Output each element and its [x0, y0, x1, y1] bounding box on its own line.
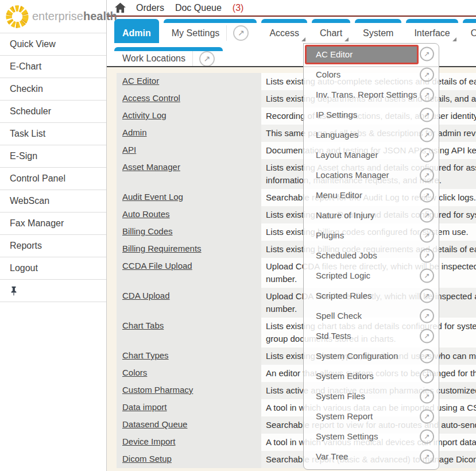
menu-item-scripted-rules[interactable]: Scripted Rules↗ — [304, 285, 439, 306]
open-in-new-icon[interactable]: ↗ — [420, 429, 434, 443]
admin-link-auto-routes[interactable]: Auto Routes — [122, 209, 170, 219]
admin-link-access-control[interactable]: Access Control — [122, 93, 180, 103]
tab-chart[interactable]: Chart — [312, 19, 350, 43]
admin-link-admin[interactable]: Admin — [122, 128, 147, 137]
open-in-new-icon[interactable]: ↗ — [420, 288, 434, 303]
sidebar-item-e-chart[interactable]: E-Chart — [0, 56, 106, 78]
breadcrumb-doc-queue[interactable]: Doc Queue — [175, 3, 222, 13]
open-in-new-icon[interactable]: ↗ — [420, 449, 434, 464]
admin-link-billing-codes[interactable]: Billing Codes — [122, 226, 173, 236]
admin-link-cda-upload[interactable]: CDA Upload — [122, 291, 170, 300]
open-in-new-icon[interactable]: ↗ — [420, 248, 434, 262]
menu-item-colors[interactable]: Colors↗ — [304, 64, 439, 84]
tab-access[interactable]: Access — [261, 19, 307, 43]
tab-interface[interactable]: Interface — [406, 19, 458, 43]
admin-link-chart-tabs[interactable]: Chart Tabs — [122, 321, 164, 330]
menu-item-nature-of-injury[interactable]: Nature of Injury↗ — [304, 205, 439, 225]
open-in-new-icon[interactable]: ↗ — [420, 188, 434, 202]
admin-link-dicom-setup[interactable]: Dicom Setup — [122, 454, 172, 464]
sidebar-item-webscan[interactable]: WebScan — [0, 190, 106, 213]
menu-item-system-report[interactable]: System Report↗ — [304, 406, 439, 426]
tab-my-settings[interactable]: My Settings↗ — [164, 19, 257, 43]
open-in-new-icon[interactable]: ↗ — [420, 369, 434, 383]
admin-link-device-import[interactable]: Device Import — [122, 437, 176, 446]
sidebar-item-scheduler[interactable]: Scheduler — [0, 101, 106, 123]
sidebar-item-e-sign[interactable]: E-Sign — [0, 145, 106, 168]
menu-item-label: System Files — [304, 386, 439, 406]
menu-item-system-editors[interactable]: System Editors↗ — [304, 366, 439, 386]
admin-link-asset-manager[interactable]: Asset Manager — [122, 162, 180, 172]
sidebar-item-checkin[interactable]: Checkin — [0, 78, 106, 101]
open-in-new-icon[interactable]: ↗ — [420, 329, 434, 343]
admin-link-data-import[interactable]: Data import — [122, 402, 167, 412]
sidebar-item-control-panel[interactable]: Control Panel — [0, 168, 106, 190]
menu-item-system-files[interactable]: System Files↗ — [304, 386, 439, 406]
sidebar-pin-row[interactable] — [0, 280, 106, 302]
open-in-new-icon[interactable]: ↗ — [420, 268, 434, 283]
open-in-new-icon[interactable]: ↗ — [420, 409, 434, 423]
open-in-new-icon[interactable]: ↗ — [420, 168, 434, 182]
open-in-new-icon[interactable]: ↗ — [420, 47, 434, 61]
menu-item-label: Scheduled Jobs — [304, 245, 439, 265]
open-in-new-icon[interactable]: ↗ — [420, 208, 434, 222]
menu-item-label: System Editors — [304, 366, 439, 386]
admin-link-custom-pharmacy[interactable]: Custom Pharmacy — [122, 385, 193, 395]
open-in-new-icon[interactable]: ↗ — [420, 87, 434, 102]
open-in-new-icon[interactable]: ↗ — [420, 389, 434, 403]
tab-system[interactable]: System — [355, 19, 401, 43]
menu-item-layout-manager[interactable]: Layout Manager↗ — [304, 145, 439, 165]
admin-link-ccda-file-upload[interactable]: CCDA File Upload — [122, 261, 192, 271]
menu-item-scripted-logic[interactable]: Scripted Logic↗ — [304, 265, 439, 285]
admin-link-chart-types[interactable]: Chart Types — [122, 350, 169, 360]
tab-work-locations[interactable]: Work Locations↗ — [114, 47, 223, 66]
sidebar-item-fax-manager[interactable]: Fax Manager — [0, 213, 106, 235]
link-cell: AC Editor — [117, 73, 261, 90]
open-in-new-icon[interactable]: ↗ — [420, 107, 434, 122]
menu-item-locations-manager[interactable]: Locations Manager↗ — [304, 165, 439, 185]
open-in-new-icon[interactable]: ↗ — [420, 228, 434, 242]
menu-item-var-tree[interactable]: Var Tree↗ — [304, 446, 439, 466]
tab-orders[interactable]: Orders — [463, 19, 476, 43]
open-in-new-icon[interactable]: ↗ — [420, 308, 434, 323]
open-in-new-icon[interactable]: ↗ — [420, 148, 434, 162]
tab-admin[interactable]: Admin — [114, 19, 159, 43]
admin-link-ac-editor[interactable]: AC Editor — [122, 76, 159, 86]
sidebar-item-reports[interactable]: Reports — [0, 235, 106, 257]
menu-item-menu-editor[interactable]: Menu Editor↗ — [304, 185, 439, 205]
tab-external-wrap: ↗ — [192, 51, 215, 67]
link-cell: Billing Requirements — [117, 241, 261, 258]
menu-item-scheduled-jobs[interactable]: Scheduled Jobs↗ — [304, 245, 439, 265]
menu-item-std-tests[interactable]: Std Tests↗ — [304, 326, 439, 346]
dropdown-corner-icon — [301, 37, 305, 41]
pushpin-icon[interactable] — [10, 285, 18, 296]
link-cell: Chart Types — [117, 348, 261, 365]
menu-item-system-settings[interactable]: System Settings↗ — [304, 426, 439, 446]
open-in-new-icon[interactable]: ↗ — [420, 128, 434, 142]
menu-item-languages[interactable]: Languages↗ — [304, 125, 439, 145]
admin-link-audit-event-log[interactable]: Audit Event Log — [122, 192, 183, 202]
sidebar-item-logout[interactable]: Logout — [0, 257, 106, 280]
menu-item-label: Menu Editor — [304, 185, 439, 205]
open-in-new-icon[interactable]: ↗ — [420, 349, 434, 363]
open-in-new-icon[interactable]: ↗ — [199, 51, 215, 67]
open-in-new-icon[interactable]: ↗ — [233, 25, 249, 41]
menu-item-system-configuration[interactable]: System Configuration↗ — [304, 346, 439, 366]
link-cell: Device Import — [117, 434, 261, 451]
tab-label: Interface — [414, 28, 450, 38]
menu-item-ac-editor[interactable]: AC Editor↗ — [304, 44, 439, 64]
admin-link-datasend-queue[interactable]: Datasend Queue — [122, 419, 187, 429]
breadcrumb-orders[interactable]: Orders — [136, 3, 164, 13]
sidebar-item-quick-view[interactable]: Quick View — [0, 33, 106, 56]
dropdown-corner-icon — [345, 37, 349, 41]
menu-item-spell-check[interactable]: Spell Check↗ — [304, 306, 439, 326]
admin-link-api[interactable]: API — [122, 145, 136, 155]
menu-item-ip-settings[interactable]: IP Settings↗ — [304, 105, 439, 125]
menu-item-inv-trans-report-settings[interactable]: Inv. Trans. Report Settings↗ — [304, 84, 439, 105]
menu-item-plugins[interactable]: Plugins↗ — [304, 225, 439, 245]
admin-link-colors[interactable]: Colors — [122, 368, 147, 377]
open-in-new-icon[interactable]: ↗ — [420, 67, 434, 82]
tab-external-wrap: ↗ — [226, 25, 249, 41]
sidebar-item-task-list[interactable]: Task List — [0, 123, 106, 145]
admin-link-activity-log[interactable]: Activity Log — [122, 110, 167, 120]
admin-link-billing-requirements[interactable]: Billing Requirements — [122, 244, 202, 253]
